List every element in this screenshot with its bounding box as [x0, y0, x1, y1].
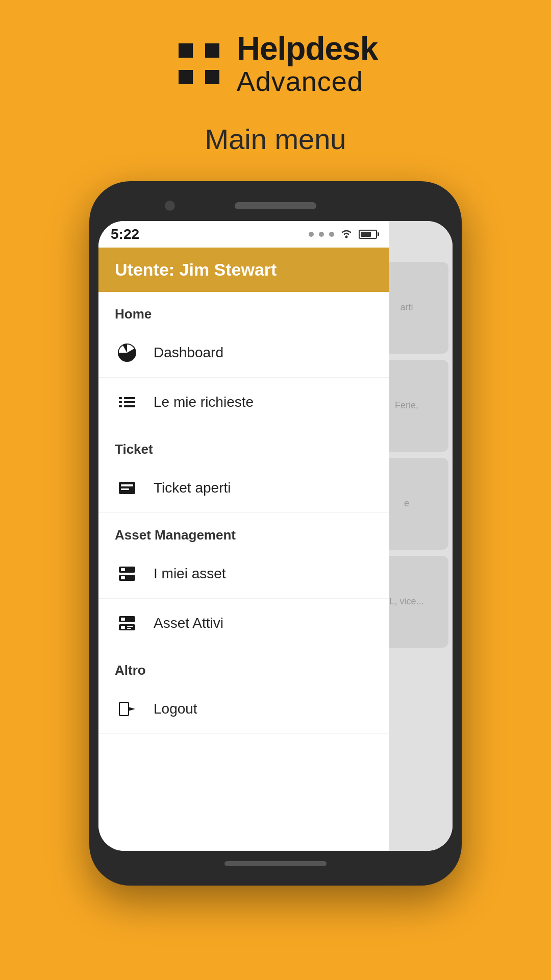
phone-bottom-bar — [98, 851, 453, 876]
svg-rect-3 — [193, 58, 205, 70]
asset-icon — [115, 561, 139, 586]
helpdesk-logo-icon — [173, 38, 224, 89]
svg-rect-25 — [127, 628, 131, 629]
svg-rect-28 — [128, 708, 134, 709]
svg-point-5 — [345, 235, 348, 238]
menu-item-le-mie-richieste-label: Le mie richieste — [154, 394, 254, 410]
svg-rect-2 — [205, 43, 219, 58]
battery-fill — [361, 232, 371, 237]
svg-rect-11 — [119, 405, 122, 407]
ticket-icon — [115, 476, 139, 500]
page-subtitle: Main menu — [205, 122, 346, 156]
status-bar: 5:22 — [98, 221, 389, 248]
bg-card-text-3: e — [400, 494, 413, 513]
svg-rect-4 — [205, 70, 219, 84]
bg-card-text-1: arti — [396, 298, 417, 317]
status-icons — [309, 227, 377, 241]
section-label-ticket: Ticket — [98, 427, 389, 463]
menu-item-le-mie-richieste[interactable]: Le mie richieste — [98, 378, 389, 427]
phone-top-bar — [98, 190, 453, 221]
svg-rect-0 — [179, 43, 193, 58]
signal-dot-1 — [309, 232, 314, 237]
bg-card-text-2: Ferie, — [391, 396, 422, 415]
phone-screen: arti Ferie, e L, vice... 5:22 — [98, 221, 453, 851]
bg-card-text-4: L, vice... — [385, 592, 428, 611]
phone-speaker — [235, 202, 316, 209]
menu-item-i-miei-asset-label: I miei asset — [154, 566, 226, 582]
menu-item-asset-attivi[interactable]: Asset Attivi — [98, 599, 389, 648]
svg-rect-8 — [124, 397, 135, 399]
menu-item-dashboard[interactable]: Dashboard — [98, 328, 389, 378]
menu-item-logout[interactable]: Logout — [98, 684, 389, 734]
logout-icon — [115, 697, 139, 721]
status-time: 5:22 — [111, 226, 139, 242]
drawer-user-name: Utente: Jim Stewart — [115, 260, 277, 279]
svg-rect-19 — [121, 576, 125, 579]
menu-item-dashboard-label: Dashboard — [154, 345, 223, 361]
logo-text: Helpdesk Advanced — [237, 31, 378, 97]
logo-name-line2: Advanced — [237, 66, 378, 96]
svg-rect-7 — [119, 397, 122, 399]
menu-item-ticket-aperti-label: Ticket aperti — [154, 480, 231, 496]
signal-dot-2 — [319, 232, 324, 237]
drawer-user-header: Utente: Jim Stewart — [98, 248, 389, 292]
svg-rect-9 — [119, 401, 122, 403]
svg-rect-14 — [121, 484, 133, 486]
svg-rect-10 — [124, 401, 135, 403]
wifi-icon — [339, 227, 354, 241]
svg-rect-12 — [124, 405, 135, 407]
phone-home-indicator — [224, 861, 327, 866]
svg-rect-18 — [121, 568, 125, 571]
logo-name-line1: Helpdesk — [237, 31, 378, 66]
svg-rect-27 — [120, 703, 128, 715]
svg-rect-23 — [121, 626, 125, 629]
menu-item-ticket-aperti[interactable]: Ticket aperti — [98, 463, 389, 513]
phone-camera — [165, 201, 175, 211]
section-label-home: Home — [98, 292, 389, 328]
list-icon — [115, 390, 139, 414]
signal-dot-3 — [329, 232, 334, 237]
section-label-altro: Altro — [98, 648, 389, 684]
section-label-asset-management: Asset Management — [98, 513, 389, 549]
svg-rect-1 — [179, 70, 193, 84]
asset-attivi-icon — [115, 611, 139, 635]
dashboard-icon — [115, 340, 139, 365]
logo-area: Helpdesk Advanced — [173, 31, 378, 97]
menu-item-i-miei-asset[interactable]: I miei asset — [98, 549, 389, 599]
svg-rect-13 — [119, 482, 135, 494]
drawer-content: Home Dashboard — [98, 292, 389, 851]
svg-rect-22 — [121, 618, 125, 621]
phone-frame: arti Ferie, e L, vice... 5:22 — [89, 181, 462, 886]
svg-rect-24 — [127, 626, 133, 627]
battery-icon — [359, 230, 377, 239]
menu-item-logout-label: Logout — [154, 701, 197, 717]
svg-rect-15 — [121, 488, 129, 490]
menu-item-asset-attivi-label: Asset Attivi — [154, 615, 223, 631]
navigation-drawer: Utente: Jim Stewart Home Dashboard — [98, 221, 389, 851]
